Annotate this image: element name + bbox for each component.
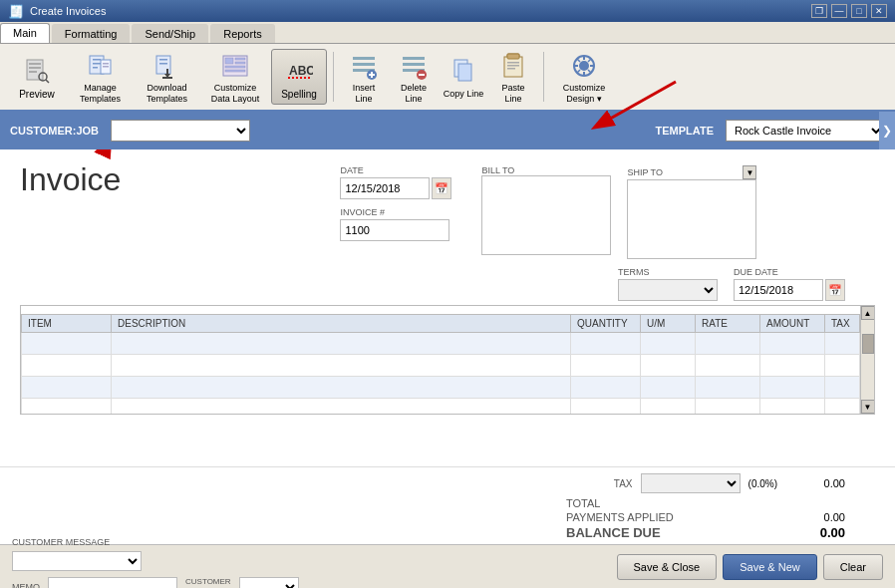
download-templates-icon — [152, 52, 182, 80]
row-tax[interactable] — [825, 355, 860, 377]
insert-line-button[interactable]: Insert Line — [340, 49, 388, 105]
row-um[interactable] — [641, 355, 696, 377]
copy-line-button[interactable]: Copy Line — [440, 49, 487, 105]
clear-button[interactable]: Clear — [823, 554, 883, 580]
customize-data-layout-button[interactable]: Customize Data Layout — [201, 49, 269, 105]
footer-totals: TAX (0.0%) 0.00 TOTAL PAYMENTS APPLIED 0… — [0, 466, 895, 544]
ship-to-dropdown-button[interactable]: ▼ — [743, 165, 756, 179]
svg-rect-44 — [507, 65, 519, 67]
row-quantity[interactable] — [571, 377, 641, 399]
maximize-button[interactable]: □ — [851, 4, 867, 18]
row-rate[interactable] — [696, 399, 760, 416]
tab-formatting[interactable]: Formatting — [52, 24, 131, 43]
row-um[interactable] — [641, 333, 696, 355]
template-select[interactable]: Rock Castle Invoice — [726, 120, 885, 142]
copy-line-label: Copy Line — [444, 89, 484, 100]
paste-line-button[interactable]: Paste Line — [489, 49, 537, 105]
bottom-left-fields: CUSTOMER MESSAGE MEMO CUSTOMERTAX CODE — [12, 537, 299, 589]
row-item[interactable] — [22, 399, 112, 416]
row-amount[interactable] — [760, 377, 825, 399]
app-icon: 🧾 — [8, 4, 24, 19]
row-rate[interactable] — [696, 377, 760, 399]
scroll-down-button[interactable]: ▼ — [861, 400, 875, 414]
row-description[interactable] — [112, 333, 571, 355]
due-date-input[interactable] — [734, 279, 823, 301]
menu-tab-bar: Main Formatting Send/Ship Reports — [0, 22, 895, 44]
scroll-thumb[interactable] — [862, 334, 874, 354]
customer-tax-code-select[interactable] — [239, 577, 299, 589]
customer-job-select[interactable] — [111, 120, 250, 142]
tab-send-ship[interactable]: Send/Ship — [132, 24, 208, 43]
tax-row: TAX (0.0%) 0.00 — [20, 473, 875, 493]
row-amount[interactable] — [760, 333, 825, 355]
col-amount: AMOUNT — [760, 315, 825, 333]
download-templates-button[interactable]: Download Templates — [135, 49, 199, 105]
row-amount[interactable] — [760, 399, 825, 416]
customer-message-label: CUSTOMER MESSAGE — [12, 537, 110, 547]
row-rate[interactable] — [696, 355, 760, 377]
restore-button[interactable]: ❐ — [811, 4, 827, 18]
payments-applied-label: PAYMENTS APPLIED — [566, 511, 674, 523]
preview-icon — [22, 56, 52, 86]
spelling-icon: ABC — [284, 56, 314, 86]
row-quantity[interactable] — [571, 399, 641, 416]
customer-message-select[interactable] — [12, 551, 142, 571]
customize-data-layout-icon — [220, 52, 250, 80]
svg-rect-12 — [103, 66, 109, 68]
row-item[interactable] — [22, 377, 112, 399]
tab-reports[interactable]: Reports — [210, 24, 275, 43]
table-scrollbar[interactable]: ▲ ▼ — [860, 306, 874, 414]
bottom-inputs-row — [12, 551, 299, 571]
collapse-panel-button[interactable]: ❯ — [879, 112, 895, 149]
invoice-form: Invoice DATE 📅 INVOICE # — [0, 149, 895, 466]
row-um[interactable] — [641, 377, 696, 399]
row-rate[interactable] — [696, 333, 760, 355]
window-controls: ❐ — □ ✕ — [811, 4, 887, 18]
totals-section: TOTAL PAYMENTS APPLIED 0.00 BALANCE DUE … — [20, 497, 875, 540]
col-item: ITEM — [22, 315, 112, 333]
scroll-up-button[interactable]: ▲ — [861, 306, 875, 320]
tax-value: 0.00 — [785, 477, 845, 489]
customize-design-button[interactable]: Customize Design ▾ — [550, 49, 618, 105]
svg-rect-41 — [504, 57, 522, 77]
spelling-label: Spelling — [281, 89, 317, 100]
row-item[interactable] — [22, 355, 112, 377]
row-tax[interactable] — [825, 377, 860, 399]
svg-rect-3 — [29, 71, 37, 73]
row-description[interactable] — [112, 355, 571, 377]
manage-templates-label: Manage Templates — [71, 83, 130, 105]
date-calendar-button[interactable]: 📅 — [432, 177, 451, 199]
preview-button[interactable]: Preview — [8, 49, 66, 105]
row-item[interactable] — [22, 333, 112, 355]
row-um[interactable] — [641, 399, 696, 416]
row-description[interactable] — [112, 377, 571, 399]
delete-line-button[interactable]: Delete Line — [390, 49, 438, 105]
svg-rect-28 — [353, 63, 375, 66]
col-rate: RATE — [696, 315, 760, 333]
save-new-button[interactable]: Save & New — [723, 554, 817, 580]
row-quantity[interactable] — [571, 355, 641, 377]
tab-main[interactable]: Main — [0, 23, 50, 43]
terms-select[interactable] — [618, 279, 718, 301]
tax-select[interactable] — [641, 473, 741, 493]
preview-label: Preview — [19, 89, 55, 100]
manage-templates-button[interactable]: Manage Templates — [68, 49, 133, 105]
spelling-button[interactable]: ABC Spelling — [271, 49, 327, 105]
invoice-number-input[interactable] — [340, 219, 449, 241]
paste-line-icon — [498, 52, 528, 80]
date-input[interactable] — [340, 177, 430, 199]
minimize-button[interactable]: — — [831, 4, 847, 18]
row-amount[interactable] — [760, 355, 825, 377]
due-date-calendar-button[interactable]: 📅 — [825, 279, 845, 301]
bill-to-textarea[interactable] — [481, 175, 611, 255]
row-quantity[interactable] — [571, 333, 641, 355]
row-tax[interactable] — [825, 333, 860, 355]
memo-input[interactable] — [48, 577, 177, 589]
close-button[interactable]: ✕ — [871, 4, 887, 18]
memo-row: MEMO CUSTOMERTAX CODE — [12, 577, 299, 589]
row-tax[interactable] — [825, 399, 860, 416]
app-window: 🧾 Create Invoices ❐ — □ ✕ Main Formattin… — [0, 0, 895, 588]
row-description[interactable] — [112, 399, 571, 416]
ship-to-textarea[interactable] — [627, 179, 756, 259]
save-close-button[interactable]: Save & Close — [617, 554, 718, 580]
